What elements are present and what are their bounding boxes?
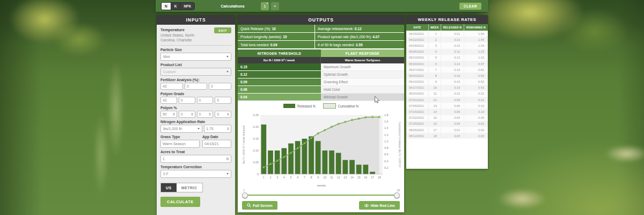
nitrogen-rate-input[interactable]: 1.75 — [204, 125, 231, 133]
release-chart[interactable]: 00.050.100.150.200.250.20.40.60.81.01.21… — [241, 109, 401, 189]
bar-week-11[interactable] — [329, 150, 334, 174]
polyon-pct-input-0[interactable]: 90 — [160, 111, 177, 118]
hide-red-line-button[interactable]: Hide Red Line — [359, 201, 400, 210]
bar-week-13[interactable] — [343, 160, 348, 174]
plant-response-row[interactable]: Hold Color — [321, 86, 404, 94]
calculation-tab-1[interactable]: 1 — [261, 2, 269, 10]
bar-week-14[interactable] — [349, 160, 355, 174]
remaining-n-cell: 0.31 — [464, 91, 488, 97]
bar-week-5[interactable] — [288, 144, 294, 174]
top-toolbar: NKNPK Calculations 1 + CLEAR — [156, 0, 488, 12]
plant-response-header: PLANT RESPONSE — [321, 49, 404, 57]
nutrient-button-k[interactable]: K — [171, 3, 181, 10]
plant-response-row[interactable]: Maximum Growth — [321, 63, 404, 71]
stepper-icon[interactable] — [209, 113, 211, 116]
bar-week-6[interactable] — [295, 141, 301, 174]
calculate-button[interactable]: CALCULATE — [160, 197, 200, 207]
released-n-cell: 0.14 — [441, 61, 464, 67]
nutrient-button-n[interactable]: N — [162, 3, 171, 10]
chevron-down-icon — [226, 173, 229, 175]
clear-button[interactable]: CLEAR — [459, 3, 481, 10]
bar-week-3[interactable] — [275, 150, 280, 174]
week-range-slider[interactable]: 1 18 — [242, 189, 400, 198]
bar-week-12[interactable] — [336, 153, 341, 174]
calculator-icon[interactable]: ⊞ — [226, 157, 229, 161]
marker-week-7[interactable] — [304, 142, 305, 144]
svg-text:8: 8 — [311, 176, 312, 179]
marker-week-15[interactable] — [358, 118, 360, 119]
nitrogen-rate-unit-select[interactable]: lbs/1,000 ft² — [160, 125, 202, 133]
edit-temperature-button[interactable]: EDIT — [214, 27, 231, 33]
slider-handle-right[interactable] — [394, 192, 400, 198]
svg-text:0.4: 0.4 — [384, 160, 389, 163]
stepper-icon[interactable] — [191, 113, 193, 116]
date-cell: 08/12/2021 — [406, 133, 428, 139]
marker-week-13[interactable] — [345, 121, 346, 123]
polyon-grade-input-0[interactable]: 43 — [160, 97, 177, 104]
acres-input[interactable]: 1 ⊞ — [160, 155, 231, 163]
outputs-panel-title: OUTPUTS — [238, 15, 404, 25]
stepper-icon[interactable] — [173, 113, 175, 116]
stepper-icon[interactable] — [227, 127, 229, 131]
legend-released-n: Released N — [283, 104, 315, 108]
app-date-input[interactable]: 04/15/21 — [202, 140, 231, 148]
bar-week-10[interactable] — [323, 150, 328, 174]
bar-week-16[interactable] — [363, 164, 369, 174]
threshold-value: 0.12 — [238, 71, 321, 78]
temp-correction-select[interactable]: 0 F — [160, 170, 231, 178]
slider-handle-left[interactable] — [242, 192, 248, 198]
polyon-grade-input-1[interactable]: 0 — [179, 97, 195, 104]
date-cell: 04/22/2021 — [406, 37, 428, 42]
marker-week-9[interactable] — [317, 133, 319, 134]
polyon-pct-input-2[interactable]: 0 — [197, 111, 214, 118]
bar-week-4[interactable] — [282, 148, 287, 174]
threshold-units-label: lbs N / 1000 ft² / week — [238, 57, 321, 63]
grass-type-input[interactable]: Warm Season — [160, 140, 200, 148]
fertilizer-analysis-input-1[interactable]: 0 — [185, 83, 207, 90]
marker-week-1[interactable] — [263, 167, 265, 168]
stepper-icon[interactable] — [227, 113, 229, 116]
marker-week-12[interactable] — [338, 123, 339, 125]
metric-units-button[interactable]: METRIC — [177, 183, 202, 192]
us-units-button[interactable]: US — [161, 183, 177, 192]
particle-size-select[interactable]: Mini — [160, 53, 231, 61]
product-list-select[interactable]: Custom — [160, 68, 231, 76]
plant-response-row[interactable]: Minimal Growth — [321, 94, 404, 101]
bar-week-9[interactable] — [316, 141, 321, 174]
marker-week-3[interactable] — [276, 160, 278, 161]
marker-week-4[interactable] — [283, 156, 285, 158]
marker-week-5[interactable] — [290, 152, 291, 154]
full-screen-button[interactable]: Full Screen — [242, 201, 277, 210]
polyon-grade-input-3[interactable]: 0 — [215, 97, 231, 104]
marker-week-16[interactable] — [365, 117, 367, 118]
marker-week-8[interactable] — [310, 137, 312, 139]
bar-week-15[interactable] — [356, 164, 362, 174]
polyon-grade-label: Polyon Grade — [160, 92, 231, 96]
remaining-n-cell: 0.16 — [464, 103, 488, 109]
svg-text:3: 3 — [276, 176, 278, 179]
released-n-cell: 0.11 — [441, 49, 464, 55]
marker-week-6[interactable] — [297, 147, 298, 149]
marker-week-14[interactable] — [351, 119, 353, 121]
marker-week-17[interactable] — [371, 116, 373, 118]
remaining-n-cell: 1.34 — [464, 42, 488, 48]
bar-week-17[interactable] — [370, 172, 375, 174]
bar-week-2[interactable] — [268, 150, 273, 174]
bar-week-8[interactable] — [309, 137, 314, 174]
add-tab-button[interactable]: + — [271, 2, 279, 10]
released-n-cell: 0.14 — [441, 79, 464, 85]
plant-response-row[interactable]: Optimal Growth — [321, 71, 404, 78]
fertilizer-analysis-input-2[interactable]: 0 — [209, 83, 231, 90]
marker-week-10[interactable] — [324, 130, 326, 131]
polyon-pct-input-1[interactable]: 0 — [179, 111, 195, 118]
slider-track[interactable] — [244, 195, 398, 196]
fertilizer-analysis-input-0[interactable]: 43 — [160, 83, 183, 90]
plant-response-row[interactable]: Greening Effect — [321, 78, 404, 86]
marker-week-2[interactable] — [269, 163, 271, 165]
marker-week-18[interactable] — [378, 116, 380, 118]
polyon-grade-input-2[interactable]: 0 — [197, 97, 214, 104]
polyon-pct-input-3[interactable]: 0 — [215, 111, 231, 118]
output-stat-3: Product spread rate (lbs/1,000 ft²): 4.0… — [315, 33, 404, 40]
nutrient-button-npk[interactable]: NPK — [180, 3, 194, 10]
marker-week-11[interactable] — [331, 126, 332, 127]
